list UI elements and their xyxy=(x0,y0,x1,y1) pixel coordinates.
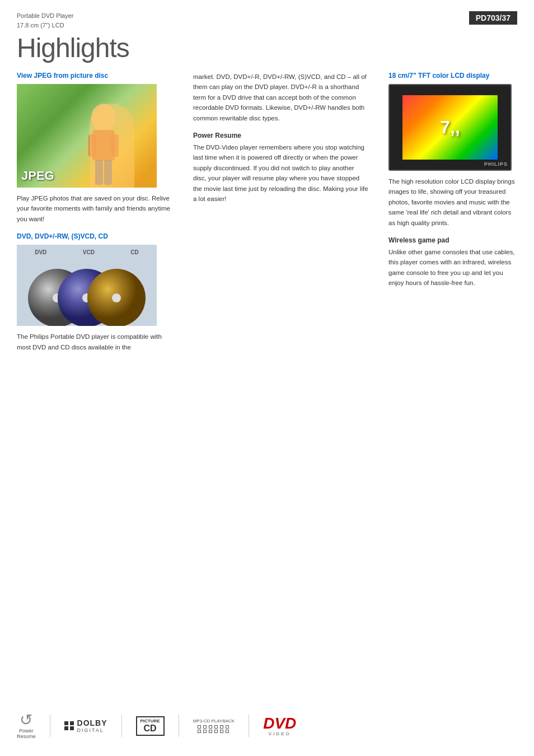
footer-divider-2 xyxy=(121,715,122,737)
dvd-video-logo: DVD VIDEO xyxy=(263,716,296,736)
dvd-body-text: The Philips Portable DVD player is compa… xyxy=(17,332,174,352)
power-resume-label: Power Resume xyxy=(17,728,36,739)
picture-cd-box: PICTURE CD xyxy=(136,716,165,736)
svg-point-0 xyxy=(91,104,116,132)
jpeg-image: JPEG xyxy=(17,84,157,188)
mp3-dots-grid xyxy=(198,725,230,733)
lcd-body-text: The high resolution color LCD display br… xyxy=(388,176,517,228)
title-section: Highlights xyxy=(0,30,534,72)
wireless-body-text: Unlike other game consoles that use cabl… xyxy=(388,247,517,288)
product-line: Portable DVD Player xyxy=(17,11,74,21)
section-heading-lcd: 18 cm/7" TFT color LCD display xyxy=(388,72,517,80)
discs-svg xyxy=(17,253,157,326)
section-heading-jpeg: View JPEG from picture disc xyxy=(17,72,174,80)
svg-point-11 xyxy=(112,293,121,302)
col-right: 18 cm/7" TFT color LCD display 7,, PHILI… xyxy=(388,72,517,361)
svg-rect-5 xyxy=(104,160,112,185)
lcd-image: 7,, PHILIPS xyxy=(388,84,512,171)
col-middle: market. DVD, DVD+/-R, DVD+/-RW, (S)VCD, … xyxy=(185,72,377,361)
picture-cd-logo: PICTURE CD xyxy=(136,716,165,736)
middle-body-continued: market. DVD, DVD+/-R, DVD+/-RW, (S)VCD, … xyxy=(193,72,369,123)
product-model: PD703/37 xyxy=(469,11,517,25)
dolby-text: DOLBY DIGITAL xyxy=(77,718,107,733)
mp3-cd-logo: MP3-CD PLAYBACK xyxy=(193,718,235,733)
jpeg-illustration xyxy=(17,84,157,188)
product-info: Portable DVD Player 17.8 cm (7") LCD xyxy=(17,11,74,30)
section-heading-dvd: DVD, DVD+/-RW, (S)VCD, CD xyxy=(17,232,174,240)
dolby-squares-icon xyxy=(64,721,74,730)
power-resume-body: The DVD-Video player remembers where you… xyxy=(193,142,369,204)
dvd-image: DVD VCD CD xyxy=(17,245,157,326)
footer-divider-1 xyxy=(50,715,50,737)
power-resume-logo: ↺ Power Resume xyxy=(17,712,36,739)
mp3-label: MP3-CD PLAYBACK xyxy=(193,718,235,724)
dvd-logo-text: DVD xyxy=(263,716,296,731)
page: Portable DVD Player 17.8 cm (7") LCD PD7… xyxy=(0,0,534,756)
jpeg-body-text: Play JPEG photos that are saved on your … xyxy=(17,193,174,224)
dolby-logo-row: DOLBY DIGITAL xyxy=(64,718,107,733)
lcd-screen: 7,, xyxy=(402,95,498,160)
power-resume-icon-symbol: ↺ xyxy=(20,712,32,728)
cd-text: CD xyxy=(144,724,157,734)
footer-divider-3 xyxy=(179,715,179,737)
section-heading-power-resume: Power Resume xyxy=(193,132,369,139)
picture-text: PICTURE xyxy=(140,718,160,724)
page-title: Highlights xyxy=(17,32,517,63)
main-content: View JPEG from picture disc JPEG Play JP… xyxy=(0,72,534,361)
footer-divider-4 xyxy=(249,715,249,737)
header: Portable DVD Player 17.8 cm (7") LCD PD7… xyxy=(0,0,534,30)
svg-rect-2 xyxy=(88,134,96,157)
svg-rect-4 xyxy=(95,160,103,185)
dolby-digital-logo: DOLBY DIGITAL xyxy=(64,718,107,733)
lcd-inches-label: 7,, xyxy=(440,117,460,138)
product-spec: 17.8 cm (7") LCD xyxy=(17,21,74,30)
col-left: View JPEG from picture disc JPEG Play JP… xyxy=(17,72,174,361)
dvd-logo-video: VIDEO xyxy=(269,731,291,736)
philips-brand-label: PHILIPS xyxy=(484,161,508,167)
svg-rect-3 xyxy=(111,134,119,157)
section-heading-wireless: Wireless game pad xyxy=(388,236,517,244)
svg-rect-1 xyxy=(92,130,115,161)
footer: ↺ Power Resume DOLBY DIGITAL xyxy=(17,712,517,739)
